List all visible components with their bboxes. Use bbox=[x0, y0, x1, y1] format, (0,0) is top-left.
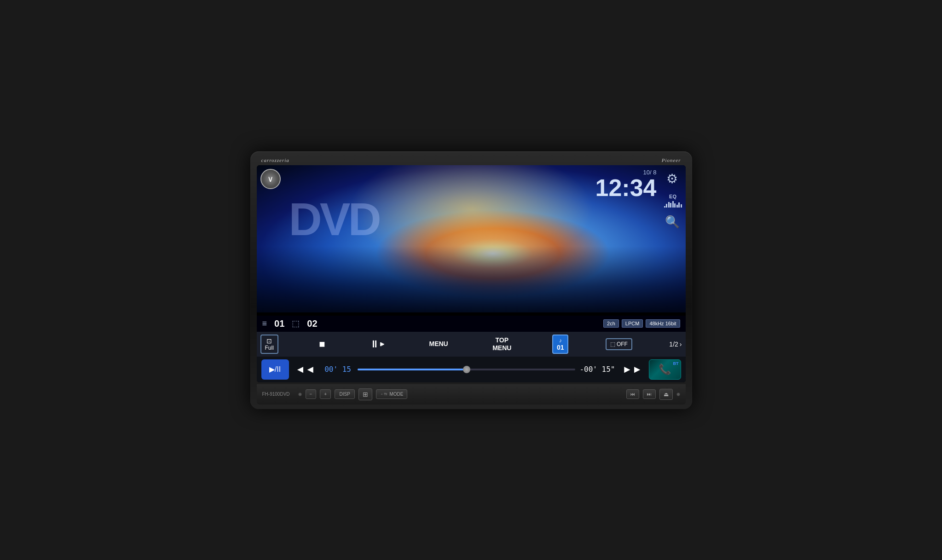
audio-badge-quality: 48kHz 16bit bbox=[646, 319, 680, 328]
rewind-button[interactable]: ◄◄ bbox=[293, 364, 318, 375]
top-menu-label: TOP MENU bbox=[492, 336, 511, 352]
track-number: 01 bbox=[274, 318, 284, 329]
ti-label: ←TI bbox=[380, 392, 387, 396]
top-right-info: 10/ 8 12:34 ⚙ EQ 🔍 bbox=[595, 169, 682, 231]
menu-button[interactable]: MENU bbox=[426, 338, 452, 350]
hardware-model: FH-9100DVD bbox=[262, 392, 295, 397]
hardware-bar: FH-9100DVD − + DISP ⊞ ←TI MODE ⏮ ⏭ ⏏ bbox=[257, 384, 686, 404]
phone-icon: 📞 bbox=[659, 364, 671, 375]
phone-button[interactable]: 📞 BT bbox=[649, 359, 681, 380]
brand-carrozzeria: carrozzeria bbox=[261, 157, 289, 163]
volume-minus-button[interactable]: − bbox=[306, 389, 317, 399]
screen-area: ∨ DVD 10/ 8 12:34 ⚙ EQ bbox=[257, 165, 686, 382]
fast-forward-button[interactable]: ►► bbox=[619, 364, 645, 375]
settings-icon-button[interactable]: ⚙ bbox=[664, 171, 681, 187]
transport-bar: ▶/II ◄◄ 00' 15 -00' 15" ►► 📞 bbox=[257, 357, 686, 382]
time-remaining: -00' 15" bbox=[579, 365, 616, 374]
eq-bar bbox=[672, 201, 674, 208]
page-indicator[interactable]: 1/2 › bbox=[669, 341, 682, 348]
bluetooth-icon: BT bbox=[673, 361, 679, 366]
skip-next-button[interactable]: ⏭ bbox=[643, 389, 656, 399]
full-button[interactable]: ⊡ Full bbox=[260, 335, 278, 354]
aspect-icon: ⊡ bbox=[266, 337, 272, 345]
search-icon: 🔍 bbox=[665, 215, 680, 229]
device-unit: carrozzeria Pioneer ∨ DVD 10/ 8 12:34 bbox=[250, 151, 692, 409]
mode-button[interactable]: ←TI MODE bbox=[376, 389, 407, 399]
source-label: DVD bbox=[289, 193, 379, 246]
menu-label: MENU bbox=[429, 340, 448, 348]
right-icons: ⚙ EQ 🔍 bbox=[664, 169, 682, 231]
play-pause-button[interactable]: ⏸▶ bbox=[366, 336, 388, 352]
audio-badge-channels: 2ch bbox=[603, 319, 619, 328]
plus-icon: + bbox=[324, 392, 327, 397]
disp-label: DISP bbox=[340, 392, 350, 397]
progress-fill bbox=[358, 369, 466, 370]
minus-icon: − bbox=[310, 392, 312, 397]
volume-plus-button[interactable]: + bbox=[320, 389, 331, 399]
play-pause-icon: ⏸▶ bbox=[370, 338, 385, 350]
eq-button[interactable]: EQ bbox=[664, 194, 682, 208]
audio-badges: 2ch LPCM 48kHz 16bit bbox=[603, 319, 680, 328]
grid-icon: ⊞ bbox=[363, 391, 368, 398]
play-pause-large-icon: ▶/II bbox=[269, 365, 281, 374]
track-badge-num: 01 bbox=[557, 344, 564, 351]
progress-bar[interactable] bbox=[358, 365, 575, 374]
play-pause-large-button[interactable]: ▶/II bbox=[261, 359, 289, 380]
eq-label: EQ bbox=[669, 194, 676, 199]
mode-label: MODE bbox=[389, 392, 403, 397]
off-button[interactable]: ⬚ OFF bbox=[606, 338, 632, 350]
subtitle-icon: ⬚ bbox=[610, 341, 615, 347]
eq-bar bbox=[666, 204, 667, 208]
music-note-icon: ♪ bbox=[559, 337, 562, 344]
indicator-led bbox=[676, 393, 680, 396]
search-icon-button[interactable]: 🔍 bbox=[664, 214, 681, 231]
eq-bar bbox=[676, 205, 678, 208]
audio-badge-format: LPCM bbox=[622, 319, 643, 328]
stop-icon: ■ bbox=[319, 338, 325, 350]
progress-thumb[interactable] bbox=[463, 366, 470, 373]
chevron-down-icon: ∨ bbox=[267, 174, 273, 184]
chapter-icon: ⬚ bbox=[292, 318, 300, 329]
top-overlay: ∨ DVD 10/ 8 12:34 ⚙ EQ bbox=[257, 165, 686, 231]
top-menu-button[interactable]: TOP MENU bbox=[489, 335, 515, 354]
time-display: 12:34 bbox=[595, 176, 657, 200]
full-label: Full bbox=[265, 345, 274, 351]
power-led bbox=[298, 393, 302, 396]
brand-pioneer: Pioneer bbox=[662, 157, 681, 163]
grid-button[interactable]: ⊞ bbox=[358, 388, 372, 400]
date-time-block: 10/ 8 12:34 bbox=[595, 169, 657, 200]
eject-icon: ⏏ bbox=[664, 391, 669, 398]
eq-bar bbox=[678, 202, 680, 208]
track-info-bar: ≡ 01 ⬚ 02 2ch LPCM 48kHz 16bit bbox=[257, 316, 686, 332]
collapse-button[interactable]: ∨ bbox=[260, 169, 281, 189]
chapter-number: 02 bbox=[307, 318, 317, 329]
skip-prev-icon: ⏮ bbox=[630, 392, 635, 397]
rewind-icon: ◄◄ bbox=[295, 364, 316, 375]
progress-track bbox=[358, 369, 575, 370]
eq-bar bbox=[681, 204, 682, 208]
eject-button[interactable]: ⏏ bbox=[659, 389, 673, 400]
track-badge-button[interactable]: ♪ 01 bbox=[552, 335, 569, 354]
skip-prev-button[interactable]: ⏮ bbox=[626, 389, 639, 399]
page-label: 1/2 bbox=[669, 341, 678, 348]
screen-content: ∨ DVD 10/ 8 12:34 ⚙ EQ bbox=[257, 165, 686, 382]
chevron-right-icon: › bbox=[680, 341, 682, 348]
eq-bar bbox=[674, 203, 676, 208]
eq-bar bbox=[670, 203, 671, 208]
track-icon: ≡ bbox=[262, 319, 267, 329]
off-label: OFF bbox=[617, 341, 628, 347]
eq-bar bbox=[668, 202, 670, 208]
stop-button[interactable]: ■ bbox=[315, 336, 329, 352]
eq-bars-visual bbox=[664, 200, 682, 208]
gear-icon: ⚙ bbox=[666, 171, 678, 186]
track-numbers: ≡ 01 ⬚ 02 bbox=[262, 318, 318, 329]
controls-bar: ⊡ Full ■ ⏸▶ MENU TOP MENU ♪ 01 bbox=[257, 332, 686, 357]
eq-bar bbox=[664, 206, 665, 208]
disp-button[interactable]: DISP bbox=[335, 389, 355, 399]
playback-position: 00' 15 bbox=[322, 365, 354, 374]
skip-next-icon: ⏭ bbox=[647, 392, 652, 397]
brand-bar: carrozzeria Pioneer bbox=[257, 155, 686, 165]
fast-forward-icon: ►► bbox=[622, 364, 642, 375]
